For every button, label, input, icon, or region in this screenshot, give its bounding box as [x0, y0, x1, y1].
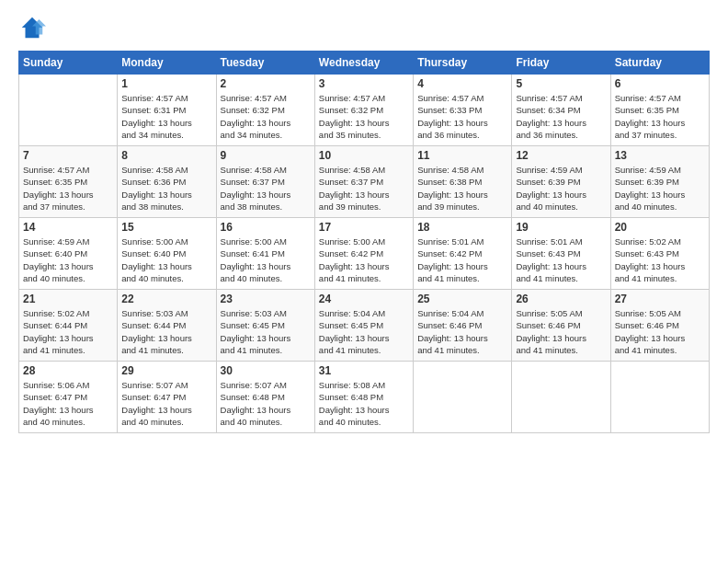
day-info: Sunrise: 4:57 AM Sunset: 6:31 PM Dayligh… [121, 92, 211, 141]
day-info: Sunrise: 5:00 AM Sunset: 6:42 PM Dayligh… [319, 236, 409, 284]
page: SundayMondayTuesdayWednesdayThursdayFrid… [0, 0, 728, 563]
day-number: 1 [121, 77, 211, 90]
day-info: Sunrise: 5:03 AM Sunset: 6:44 PM Dayligh… [121, 307, 211, 356]
day-info: Sunrise: 5:01 AM Sunset: 6:43 PM Dayligh… [516, 236, 606, 284]
calendar-week-1: 1Sunrise: 4:57 AM Sunset: 6:31 PM Daylig… [19, 75, 710, 146]
day-info: Sunrise: 5:00 AM Sunset: 6:40 PM Dayligh… [121, 236, 211, 284]
calendar-cell: 10Sunrise: 4:58 AM Sunset: 6:37 PM Dayli… [314, 146, 413, 218]
day-number: 8 [121, 149, 211, 162]
day-number: 26 [516, 293, 606, 305]
day-info: Sunrise: 5:04 AM Sunset: 6:45 PM Dayligh… [319, 307, 409, 356]
day-number: 9 [221, 149, 311, 162]
day-number: 20 [615, 221, 705, 234]
day-info: Sunrise: 5:01 AM Sunset: 6:42 PM Dayligh… [417, 236, 507, 284]
calendar-cell: 29Sunrise: 5:07 AM Sunset: 6:47 PM Dayli… [118, 362, 216, 433]
day-info: Sunrise: 4:59 AM Sunset: 6:39 PM Dayligh… [615, 164, 705, 213]
day-info: Sunrise: 5:05 AM Sunset: 6:46 PM Dayligh… [615, 307, 705, 356]
day-number: 18 [417, 221, 507, 234]
weekday-header-sunday: Sunday [19, 52, 118, 75]
day-info: Sunrise: 4:58 AM Sunset: 6:37 PM Dayligh… [221, 164, 311, 213]
calendar-cell: 25Sunrise: 5:04 AM Sunset: 6:46 PM Dayli… [414, 290, 512, 362]
calendar-cell: 3Sunrise: 4:57 AM Sunset: 6:32 PM Daylig… [314, 75, 413, 146]
day-info: Sunrise: 5:07 AM Sunset: 6:48 PM Dayligh… [221, 379, 311, 428]
day-info: Sunrise: 4:57 AM Sunset: 6:34 PM Dayligh… [516, 92, 606, 141]
day-info: Sunrise: 4:57 AM Sunset: 6:32 PM Dayligh… [319, 92, 409, 141]
calendar-week-5: 28Sunrise: 5:06 AM Sunset: 6:47 PM Dayli… [19, 362, 710, 433]
day-number: 17 [319, 221, 409, 234]
calendar-cell: 6Sunrise: 4:57 AM Sunset: 6:35 PM Daylig… [610, 75, 709, 146]
calendar-week-3: 14Sunrise: 4:59 AM Sunset: 6:40 PM Dayli… [19, 218, 710, 290]
day-number: 2 [221, 77, 311, 90]
calendar-cell: 22Sunrise: 5:03 AM Sunset: 6:44 PM Dayli… [118, 290, 216, 362]
calendar-cell: 5Sunrise: 4:57 AM Sunset: 6:34 PM Daylig… [512, 75, 610, 146]
day-info: Sunrise: 4:58 AM Sunset: 6:37 PM Dayligh… [319, 164, 409, 213]
weekday-header-tuesday: Tuesday [216, 52, 314, 75]
day-number: 12 [516, 149, 606, 162]
day-number: 28 [23, 364, 113, 377]
day-number: 3 [319, 77, 409, 90]
calendar-cell: 23Sunrise: 5:03 AM Sunset: 6:45 PM Dayli… [216, 290, 314, 362]
header [18, 14, 710, 41]
day-info: Sunrise: 5:03 AM Sunset: 6:45 PM Dayligh… [221, 307, 311, 356]
calendar-cell: 7Sunrise: 4:57 AM Sunset: 6:35 PM Daylig… [19, 146, 118, 218]
day-number: 13 [615, 149, 705, 162]
calendar-cell: 20Sunrise: 5:02 AM Sunset: 6:43 PM Dayli… [610, 218, 709, 290]
weekday-header-row: SundayMondayTuesdayWednesdayThursdayFrid… [19, 52, 710, 75]
day-number: 19 [516, 221, 606, 234]
calendar-cell: 11Sunrise: 4:58 AM Sunset: 6:38 PM Dayli… [414, 146, 512, 218]
day-number: 27 [615, 293, 705, 305]
weekday-header-thursday: Thursday [414, 52, 512, 75]
day-number: 10 [319, 149, 409, 162]
day-number: 30 [221, 364, 311, 377]
day-number: 24 [319, 293, 409, 305]
logo [18, 14, 50, 41]
day-number: 15 [121, 221, 211, 234]
calendar-table: SundayMondayTuesdayWednesdayThursdayFrid… [18, 51, 710, 433]
day-number: 29 [121, 364, 211, 377]
calendar-cell [414, 362, 512, 433]
calendar-cell [610, 362, 709, 433]
calendar-cell: 4Sunrise: 4:57 AM Sunset: 6:33 PM Daylig… [414, 75, 512, 146]
day-info: Sunrise: 5:08 AM Sunset: 6:48 PM Dayligh… [319, 379, 409, 428]
calendar-cell: 13Sunrise: 4:59 AM Sunset: 6:39 PM Dayli… [610, 146, 709, 218]
day-info: Sunrise: 5:00 AM Sunset: 6:41 PM Dayligh… [221, 236, 311, 284]
calendar-cell: 2Sunrise: 4:57 AM Sunset: 6:32 PM Daylig… [216, 75, 314, 146]
day-number: 6 [615, 77, 705, 90]
calendar-cell: 1Sunrise: 4:57 AM Sunset: 6:31 PM Daylig… [118, 75, 216, 146]
calendar-cell [512, 362, 610, 433]
day-number: 21 [23, 293, 113, 305]
day-info: Sunrise: 5:04 AM Sunset: 6:46 PM Dayligh… [417, 307, 507, 356]
day-number: 5 [516, 77, 606, 90]
day-info: Sunrise: 4:57 AM Sunset: 6:35 PM Dayligh… [615, 92, 705, 141]
weekday-header-wednesday: Wednesday [314, 52, 413, 75]
day-info: Sunrise: 4:58 AM Sunset: 6:36 PM Dayligh… [121, 164, 211, 213]
calendar-cell: 21Sunrise: 5:02 AM Sunset: 6:44 PM Dayli… [19, 290, 118, 362]
calendar-week-2: 7Sunrise: 4:57 AM Sunset: 6:35 PM Daylig… [19, 146, 710, 218]
weekday-header-saturday: Saturday [610, 52, 709, 75]
day-number: 16 [221, 221, 311, 234]
calendar-cell: 27Sunrise: 5:05 AM Sunset: 6:46 PM Dayli… [610, 290, 709, 362]
day-number: 11 [417, 149, 507, 162]
day-info: Sunrise: 4:57 AM Sunset: 6:32 PM Dayligh… [221, 92, 311, 141]
calendar-cell: 15Sunrise: 5:00 AM Sunset: 6:40 PM Dayli… [118, 218, 216, 290]
calendar-cell: 12Sunrise: 4:59 AM Sunset: 6:39 PM Dayli… [512, 146, 610, 218]
day-info: Sunrise: 4:59 AM Sunset: 6:40 PM Dayligh… [23, 236, 113, 284]
day-info: Sunrise: 4:59 AM Sunset: 6:39 PM Dayligh… [516, 164, 606, 213]
calendar-cell: 18Sunrise: 5:01 AM Sunset: 6:42 PM Dayli… [414, 218, 512, 290]
calendar-cell: 30Sunrise: 5:07 AM Sunset: 6:48 PM Dayli… [216, 362, 314, 433]
day-number: 14 [23, 221, 113, 234]
calendar-cell: 28Sunrise: 5:06 AM Sunset: 6:47 PM Dayli… [19, 362, 118, 433]
calendar-cell: 14Sunrise: 4:59 AM Sunset: 6:40 PM Dayli… [19, 218, 118, 290]
day-number: 4 [417, 77, 507, 90]
calendar-cell: 19Sunrise: 5:01 AM Sunset: 6:43 PM Dayli… [512, 218, 610, 290]
calendar-cell [19, 75, 118, 146]
day-number: 22 [121, 293, 211, 305]
calendar-cell: 17Sunrise: 5:00 AM Sunset: 6:42 PM Dayli… [314, 218, 413, 290]
day-number: 31 [319, 364, 409, 377]
calendar-cell: 24Sunrise: 5:04 AM Sunset: 6:45 PM Dayli… [314, 290, 413, 362]
day-info: Sunrise: 4:57 AM Sunset: 6:33 PM Dayligh… [417, 92, 507, 141]
calendar-cell: 26Sunrise: 5:05 AM Sunset: 6:46 PM Dayli… [512, 290, 610, 362]
calendar-cell: 9Sunrise: 4:58 AM Sunset: 6:37 PM Daylig… [216, 146, 314, 218]
day-number: 25 [417, 293, 507, 305]
weekday-header-friday: Friday [512, 52, 610, 75]
